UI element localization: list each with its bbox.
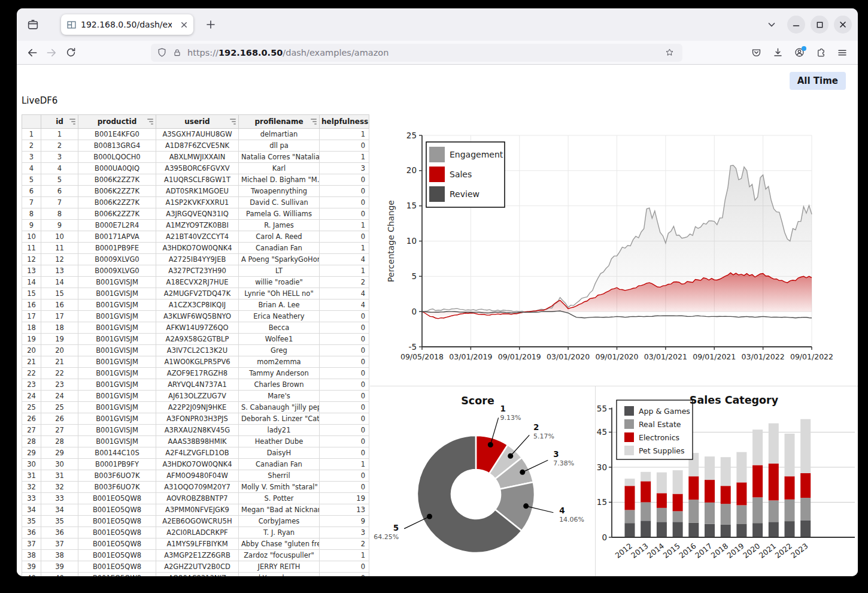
all-time-button[interactable]: All Time <box>790 72 846 90</box>
table-cell[interactable]: Michael D. Bigham "M. <box>239 174 320 186</box>
table-cell[interactable]: Charles Brown <box>239 379 320 391</box>
row-number-cell[interactable]: 28 <box>22 436 41 447</box>
table-cell[interactable]: B0009XLVG0 <box>78 265 156 277</box>
table-cell[interactable]: 0 <box>320 573 369 577</box>
row-number-cell[interactable]: 25 <box>22 402 41 413</box>
table-cell[interactable]: B001GVISJM <box>78 413 156 425</box>
table-cell[interactable]: Becca <box>239 322 320 334</box>
table-cell[interactable]: B001GVISJM <box>78 402 156 413</box>
tab-close-icon[interactable] <box>177 17 191 32</box>
table-cell[interactable]: Greg <box>239 345 320 356</box>
table-cell[interactable]: B001GVISJM <box>78 277 156 288</box>
table-cell[interactable]: B0001PB9FE <box>78 243 156 254</box>
table-cell[interactable]: 15 <box>41 288 78 299</box>
bar-segment[interactable] <box>769 464 779 501</box>
bar-segment[interactable] <box>625 486 635 510</box>
table-cell[interactable]: Zardoz "focuspuller" <box>239 550 320 561</box>
table-cell[interactable]: Erica Neathery <box>239 311 320 322</box>
table-cell[interactable]: 32 <box>41 482 78 493</box>
table-cell[interactable]: 1 <box>320 129 369 140</box>
pocket-icon[interactable] <box>746 43 766 62</box>
table-cell[interactable]: B001EO5QW8 <box>78 550 156 561</box>
table-cell[interactable]: S. Potter <box>239 493 320 504</box>
new-tab-button[interactable] <box>201 14 221 35</box>
percentage-change-line-chart[interactable]: -5051015202509/05/201803/01/201909/01/20… <box>370 95 858 386</box>
row-number-cell[interactable]: 1 <box>22 129 41 140</box>
bar-segment[interactable] <box>752 465 763 498</box>
table-cell[interactable]: Sherril <box>239 470 320 482</box>
table-cell[interactable]: 6 <box>41 186 78 197</box>
table-cell[interactable]: 8 <box>41 208 78 220</box>
table-cell[interactable]: B001GVISJM <box>78 322 156 334</box>
table-cell[interactable]: 4 <box>320 299 369 311</box>
table-cell[interactable]: B001EO5QW8 <box>78 561 156 573</box>
table-cell[interactable]: ABXLMWJIXXAIN <box>156 152 239 163</box>
bar-segment[interactable] <box>625 510 635 523</box>
legend-label[interactable]: Electronics <box>639 433 679 442</box>
table-cell[interactable]: Molly V. Smith "staral" <box>239 482 320 493</box>
column-header-helpfulnessnu[interactable]: helpfulnessnu <box>320 115 369 129</box>
row-number-cell[interactable]: 34 <box>22 504 41 516</box>
legend-swatch-1[interactable] <box>624 419 634 429</box>
table-cell[interactable]: 1 <box>320 459 369 470</box>
table-cell[interactable]: B001GVISJM <box>78 356 156 368</box>
row-number-cell[interactable]: 26 <box>22 413 41 425</box>
table-cell[interactable]: Wolfee1 <box>239 334 320 345</box>
table-cell[interactable]: S. Cabanaugh "jilly pepp- <box>239 402 320 413</box>
table-cell[interactable]: B000E7L2R4 <box>78 220 156 231</box>
bar-segment[interactable] <box>736 482 746 505</box>
table-cell[interactable]: B000UA0QIQ <box>78 163 156 174</box>
row-number-cell[interactable]: 13 <box>22 265 41 277</box>
table-cell[interactable]: B006K2ZZ7K <box>78 197 156 208</box>
table-cell[interactable]: A1WO0KGLPR5PV6 <box>156 356 239 368</box>
table-cell[interactable]: lady21 <box>239 425 320 436</box>
table-cell[interactable]: 0 <box>320 402 369 413</box>
bar-segment[interactable] <box>688 500 699 523</box>
legend-swatch-2[interactable] <box>624 432 634 442</box>
table-cell[interactable]: A3JRGQVEQN31IQ <box>156 208 239 220</box>
table-cell[interactable]: A3RXAU2N8KV45G <box>156 425 239 436</box>
bar-segment[interactable] <box>657 493 667 508</box>
table-cell[interactable]: A2MUGFV2TDQ47K <box>156 288 239 299</box>
row-number-cell[interactable]: 12 <box>22 254 41 265</box>
table-cell[interactable]: AFKW14U97Z6QO <box>156 322 239 334</box>
forward-button[interactable] <box>42 43 61 62</box>
table-cell[interactable]: Natalia Corres "Natalia C- <box>239 152 320 163</box>
table-cell[interactable]: 0 <box>320 368 369 379</box>
row-number-cell[interactable]: 20 <box>22 345 41 356</box>
table-cell[interactable]: B006K2ZZ7K <box>78 186 156 197</box>
tracking-shield-icon[interactable] <box>157 47 167 58</box>
table-cell[interactable]: 2 <box>320 277 369 288</box>
table-cell[interactable]: 0 <box>320 231 369 243</box>
table-cell[interactable]: 20 <box>41 345 78 356</box>
table-cell[interactable]: willie "roadie" <box>239 277 320 288</box>
legend-label[interactable]: Real Estate <box>639 420 681 429</box>
table-cell[interactable]: A3HDKO7OW0QNK4 <box>156 243 239 254</box>
bar-segment[interactable] <box>625 523 635 537</box>
table-cell[interactable]: 7 <box>41 197 78 208</box>
table-cell[interactable]: 0 <box>320 425 369 436</box>
table-cell[interactable]: B001GVISJM <box>78 299 156 311</box>
row-number-cell[interactable]: 22 <box>22 368 41 379</box>
table-cell[interactable]: B003F6UO7K <box>78 470 156 482</box>
legend-swatch-3[interactable] <box>624 446 634 455</box>
bar-segment[interactable] <box>657 473 667 494</box>
table-cell[interactable]: 29 <box>41 447 78 459</box>
table-cell[interactable]: B001EO5QW8 <box>78 573 156 577</box>
table-cell[interactable]: 24 <box>41 391 78 402</box>
table-cell[interactable]: 0 <box>320 561 369 573</box>
downloads-icon[interactable] <box>768 43 787 62</box>
table-cell[interactable]: 34 <box>41 504 78 516</box>
table-cell[interactable]: 1 <box>41 129 78 140</box>
row-number-cell[interactable]: 16 <box>22 299 41 311</box>
back-button[interactable] <box>23 43 42 62</box>
table-cell[interactable]: 0 <box>320 470 369 482</box>
row-number-cell[interactable]: 14 <box>22 277 41 288</box>
bar-segment[interactable] <box>769 522 779 537</box>
table-cell[interactable]: T. J. Ryan <box>239 527 320 538</box>
bar-segment[interactable] <box>785 476 795 500</box>
table-cell[interactable]: 13 <box>41 265 78 277</box>
table-cell[interactable]: 27 <box>41 425 78 436</box>
row-number-cell[interactable]: 4 <box>22 163 41 174</box>
row-number-cell[interactable]: 7 <box>22 197 41 208</box>
